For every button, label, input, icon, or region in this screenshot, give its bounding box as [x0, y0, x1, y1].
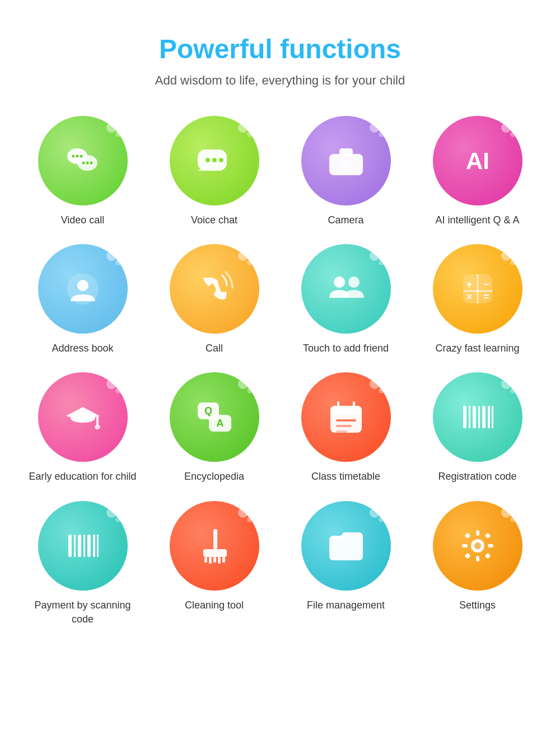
feature-item-video-call: Video call [22, 116, 143, 227]
svg-rect-61 [203, 549, 227, 557]
learning-icon: + − × = [455, 266, 500, 311]
file-icon-circle [301, 501, 391, 591]
svg-point-3 [76, 155, 78, 158]
add-friend-label: Touch to add friend [303, 341, 389, 355]
address-book-icon [60, 266, 105, 311]
voice-chat-icon-circle [170, 116, 259, 205]
svg-rect-75 [484, 532, 491, 539]
svg-point-5 [82, 162, 85, 165]
svg-rect-63 [209, 557, 212, 564]
camera-icon [324, 138, 368, 183]
svg-rect-70 [462, 544, 468, 547]
camera-icon-circle [301, 116, 391, 205]
video-call-label: Video call [61, 213, 105, 227]
svg-rect-60 [213, 529, 217, 549]
svg-rect-53 [68, 535, 72, 557]
svg-text:Q: Q [204, 405, 212, 416]
features-grid: Video call Voice chat Camera [22, 116, 538, 626]
feature-item-call: Call [154, 244, 274, 355]
svg-rect-48 [473, 406, 476, 428]
feature-item-voice-chat: Voice chat [154, 116, 274, 227]
svg-point-67 [474, 542, 481, 549]
svg-rect-56 [83, 535, 85, 557]
svg-rect-40 [330, 410, 362, 415]
settings-label: Settings [459, 598, 496, 612]
registration-code-label: Registration code [438, 470, 516, 484]
svg-point-33 [95, 425, 100, 429]
ai-qa-icon-circle: AI [433, 116, 522, 205]
page-title: Powerful functions [159, 34, 401, 64]
cleaning-label: Cleaning tool [185, 598, 244, 612]
encyclopedia-icon: Q A [192, 395, 237, 439]
svg-point-22 [348, 277, 360, 288]
scan-icon [60, 523, 105, 568]
encyclopedia-icon-circle: Q A [170, 372, 259, 462]
ai-qa-label: AI intelligent Q & A [435, 213, 519, 227]
svg-rect-14 [339, 148, 353, 156]
svg-rect-51 [488, 406, 490, 428]
barcode-icon [455, 395, 500, 439]
voice-chat-label: Voice chat [191, 213, 237, 227]
svg-rect-46 [463, 406, 466, 428]
timetable-icon [324, 395, 368, 439]
svg-rect-54 [74, 535, 76, 557]
svg-rect-64 [213, 557, 216, 563]
svg-text:=: = [483, 291, 489, 302]
address-book-icon-circle [38, 244, 128, 334]
voice-chat-icon [192, 138, 237, 183]
feature-item-address-book: Address book [22, 244, 143, 355]
svg-point-10 [212, 158, 217, 162]
svg-rect-52 [492, 406, 493, 428]
settings-icon-circle [433, 501, 522, 591]
ai-icon: AI [455, 138, 500, 183]
timetable-label: Class timetable [311, 470, 380, 484]
svg-rect-44 [336, 425, 352, 427]
svg-rect-43 [336, 419, 356, 422]
svg-point-9 [206, 158, 210, 162]
settings-icon [455, 523, 500, 568]
svg-rect-59 [97, 535, 99, 557]
video-call-icon-circle [38, 116, 128, 205]
svg-point-16 [342, 161, 350, 168]
svg-text:A: A [216, 418, 223, 429]
svg-text:−: − [483, 279, 489, 290]
cleaning-icon-circle [170, 501, 259, 591]
call-label: Call [206, 341, 223, 355]
svg-point-4 [80, 155, 82, 158]
svg-point-11 [219, 158, 223, 162]
svg-text:×: × [466, 291, 472, 302]
feature-item-encyclopedia: Q A Encyclopedia [154, 372, 274, 484]
svg-rect-47 [469, 406, 470, 428]
svg-rect-50 [482, 406, 486, 428]
svg-rect-45 [336, 430, 347, 433]
svg-point-7 [90, 162, 92, 165]
timetable-icon-circle [301, 372, 391, 462]
svg-rect-58 [93, 535, 95, 557]
feature-item-add-friend: Touch to add friend [286, 244, 406, 355]
feature-item-learning: + − × = Crazy fast learning [417, 244, 538, 355]
early-education-label: Early education for child [29, 470, 136, 484]
file-icon [324, 523, 368, 568]
svg-rect-69 [476, 556, 479, 561]
svg-rect-62 [204, 557, 207, 563]
svg-rect-65 [218, 557, 221, 564]
svg-point-6 [86, 162, 88, 165]
svg-rect-73 [484, 553, 491, 559]
add-friend-icon-circle [301, 244, 391, 334]
feature-item-registration-code: Registration code [417, 372, 538, 484]
feature-item-ai-qa: AI AI intelligent Q & A [417, 116, 538, 227]
svg-rect-72 [464, 532, 470, 539]
registration-code-icon-circle [433, 372, 522, 462]
svg-text:+: + [466, 279, 472, 290]
svg-rect-74 [464, 553, 470, 559]
feature-item-camera: Camera [286, 116, 406, 227]
call-icon-circle [170, 244, 259, 334]
feature-item-file-management: File management [286, 501, 406, 626]
learning-label: Crazy fast learning [435, 341, 519, 355]
svg-point-20 [77, 280, 88, 291]
feature-item-settings: Settings [417, 501, 538, 626]
feature-item-payment-scan: Payment by scanning code [22, 501, 143, 626]
education-icon-circle [38, 372, 128, 462]
svg-point-2 [72, 155, 74, 158]
add-friend-icon [324, 266, 368, 311]
